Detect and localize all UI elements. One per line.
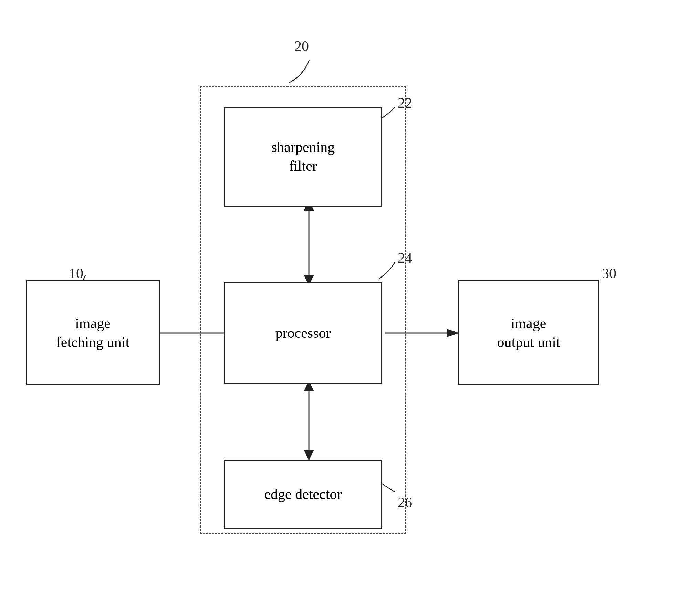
edge-detector-block: edge detector (224, 460, 382, 529)
label-26: 26 (398, 494, 412, 511)
image-fetching-unit-block: imagefetching unit (26, 280, 160, 385)
label-30: 30 (602, 265, 616, 282)
image-fetching-unit-label: imagefetching unit (56, 314, 129, 352)
sharpening-filter-block: sharpeningfilter (224, 107, 382, 207)
edge-detector-label: edge detector (264, 485, 342, 504)
processor-label: processor (275, 324, 331, 343)
image-output-unit-label: imageoutput unit (497, 314, 560, 352)
label-20: 20 (294, 38, 309, 54)
label-24: 24 (398, 250, 412, 266)
label-10: 10 (69, 265, 83, 282)
diagram-container: imagefetching unit sharpeningfilter proc… (0, 0, 678, 616)
image-output-unit-block: imageoutput unit (458, 280, 599, 385)
sharpening-filter-label: sharpeningfilter (271, 138, 335, 175)
processor-block: processor (224, 282, 382, 384)
label-22: 22 (398, 95, 412, 111)
